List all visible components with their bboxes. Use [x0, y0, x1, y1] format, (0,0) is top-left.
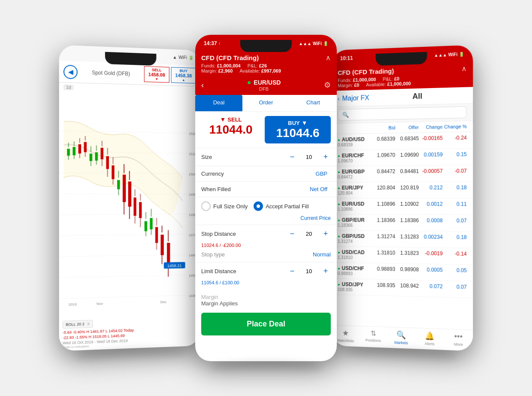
- market-changepct-7: -0.14: [443, 250, 467, 262]
- buy-price-deal: 11044.6: [268, 126, 327, 140]
- stop-dist-decrease-btn[interactable]: −: [287, 229, 297, 238]
- nav-markets[interactable]: 🔍 Markets: [387, 330, 415, 345]
- svg-rect-28: [100, 148, 103, 159]
- market-row[interactable]: ●EUR/GBP 0.84472 0.84472 0.84481 -0.0005…: [332, 165, 473, 183]
- limit-subtext: 11054.6 / £100.00: [195, 280, 337, 289]
- limit-dist-decrease-btn[interactable]: −: [287, 267, 297, 276]
- market-change-7: -0.0019: [419, 250, 443, 262]
- market-pair-2: ●EUR/GBP 0.84472: [338, 169, 372, 180]
- market-pair-0: ●AUD/USD 0.68339: [338, 136, 372, 147]
- currency-row: Currency GBP: [195, 166, 337, 181]
- market-changepct-6: 0.18: [443, 234, 467, 245]
- pair-status-dot: ●: [247, 79, 251, 86]
- col-h-bid[interactable]: Bid: [372, 125, 395, 131]
- stop-dist-value: 20: [302, 231, 315, 237]
- svg-line-8: [59, 295, 187, 299]
- chart-screen: ▲WiFi🔋 ◀ Spot Gold (DFB) SELL 1458.08 ▼: [59, 45, 200, 351]
- deal-back-arrow[interactable]: ‹: [201, 81, 204, 90]
- markets-available: Available: £1,000,000: [366, 81, 411, 87]
- when-filled-label: When Filled: [201, 186, 310, 192]
- market-change-2: -0.00057: [419, 168, 443, 179]
- sell-price: 1458.08: [148, 72, 166, 77]
- deal-available: Available: £997,069: [239, 68, 281, 73]
- tab-chart[interactable]: Chart: [290, 95, 337, 111]
- nav-more[interactable]: ••• More: [444, 332, 473, 347]
- market-offer-8: 0.98908: [395, 266, 419, 277]
- market-change-4: 0.0012: [419, 201, 443, 212]
- watchlists-label: Watchlists: [337, 338, 354, 343]
- margin-applies: Margin Applies: [201, 300, 331, 307]
- stop-distance-row: Stop Distance − 20 +: [195, 225, 337, 243]
- markets-section-label[interactable]: Major FX: [342, 94, 369, 102]
- chart-status-icons: ▲WiFi🔋: [173, 55, 193, 60]
- markets-back-icon[interactable]: ‹: [338, 95, 340, 102]
- market-row[interactable]: ●USD/JPY 108.935 108.935 108.942 0.072 0…: [332, 279, 473, 299]
- place-deal-button[interactable]: Place Deal: [201, 313, 331, 335]
- accept-fill-radio[interactable]: [254, 201, 263, 211]
- market-pair-6: ●GBP/USD 1.31274: [338, 233, 372, 244]
- col-h-changepct[interactable]: Change %: [443, 124, 467, 129]
- deal-title: CFD (CFD Trading): [201, 54, 259, 61]
- boll-indicator: BOLL 20 2 X: [63, 320, 93, 329]
- nav-alerts[interactable]: 🔔 Alerts: [415, 331, 444, 347]
- svg-line-5: [59, 235, 187, 236]
- tab-deal[interactable]: Deal: [195, 95, 242, 111]
- boll-close[interactable]: X: [87, 322, 90, 326]
- chart-area: 1458.21 1520.00 1510.00 1500.00 1490.00 …: [59, 92, 200, 319]
- market-offer-6: 1.31283: [395, 234, 419, 245]
- stop-dist-label: Stop Distance: [201, 231, 287, 237]
- buy-panel[interactable]: BUY ▼ 11044.6: [265, 116, 331, 143]
- alerts-label: Alerts: [425, 341, 435, 346]
- stop-type-label: Stop type: [201, 251, 313, 258]
- when-filled-value[interactable]: Net Off: [310, 186, 327, 192]
- size-decrease-btn[interactable]: −: [287, 152, 297, 161]
- positions-icon: ⇅: [370, 329, 376, 338]
- timeframe-label[interactable]: 1d: [63, 85, 74, 91]
- market-change-9: 0.072: [419, 283, 443, 294]
- market-row[interactable]: ●GBP/EUR 1.18366 1.18366 1.18386 0.0008 …: [332, 214, 473, 232]
- nav-positions[interactable]: ⇅ Positions: [359, 329, 387, 344]
- search-bar: 🔍: [332, 104, 473, 124]
- limit-dist-increase-btn[interactable]: +: [320, 267, 331, 276]
- limit-dist-label: Limit Distance: [201, 268, 287, 274]
- market-offer-5: 1.18386: [395, 217, 419, 228]
- markets-collapse-icon[interactable]: ∧: [462, 64, 467, 73]
- market-row[interactable]: ●GBP/USD 1.31274 1.31274 1.31283 0.00234…: [332, 231, 473, 248]
- market-row[interactable]: ●EUR/USD 1.10896 1.10896 1.10902 0.0012 …: [332, 198, 473, 215]
- size-increase-btn[interactable]: +: [320, 152, 331, 161]
- svg-rect-55: [150, 218, 152, 229]
- size-value: 10: [302, 154, 315, 160]
- deal-sub-header: ‹ ● EUR/USD DFB ⚙: [195, 76, 337, 95]
- buy-box[interactable]: BUY 1458.38 ▲: [171, 67, 196, 83]
- search-input[interactable]: [351, 109, 462, 118]
- market-row[interactable]: ●EUR/CHF 1.09670 1.09670 1.09690 0.00159…: [332, 149, 473, 166]
- market-changepct-0: -0.24: [443, 135, 467, 146]
- col-h-offer[interactable]: Offer: [395, 125, 419, 130]
- market-change-8: 0.0005: [419, 267, 443, 278]
- col-h-change[interactable]: Change: [419, 124, 443, 130]
- svg-rect-31: [106, 156, 109, 169]
- full-size-option[interactable]: Full Size Only: [201, 201, 248, 211]
- accept-fill-option[interactable]: Accept Partial Fill: [254, 201, 308, 211]
- full-size-radio[interactable]: [201, 201, 211, 211]
- back-button[interactable]: ◀: [63, 64, 78, 79]
- svg-line-4: [59, 214, 187, 215]
- tab-order[interactable]: Order: [242, 95, 290, 111]
- markets-status-time: 10:11: [340, 55, 353, 61]
- market-row[interactable]: ●AUD/USD 0.68339 0.68339 0.68345 -0.0016…: [332, 132, 473, 150]
- phone-deal: 14:37 ↑ ▲▲▲WiFi🔋 CFD (CFD Trading) ∧: [195, 35, 337, 361]
- sell-price-deal: 11044.0: [201, 123, 260, 137]
- sell-box[interactable]: SELL 1458.08 ▼: [144, 66, 169, 83]
- sell-panel[interactable]: ▼ SELL 11044.0: [201, 116, 260, 143]
- market-row[interactable]: ●EUR/JPY 120.804 120.804 120.819 0.212 0…: [332, 182, 473, 198]
- collapse-icon[interactable]: ∧: [326, 54, 331, 62]
- svg-rect-13: [73, 147, 76, 155]
- settings-icon[interactable]: ⚙: [324, 80, 331, 90]
- stop-dist-increase-btn[interactable]: +: [320, 229, 331, 238]
- stop-type-row: Stop type Normal: [195, 250, 337, 262]
- market-changepct-9: 0.07: [443, 283, 467, 295]
- markets-status-notch: [376, 56, 410, 57]
- stop-type-value[interactable]: Normal: [313, 251, 331, 258]
- buy-price: 1458.38: [175, 73, 192, 78]
- market-row[interactable]: ●USD/CAD 1.31810 1.31810 1.31823 -0.0019…: [332, 247, 473, 265]
